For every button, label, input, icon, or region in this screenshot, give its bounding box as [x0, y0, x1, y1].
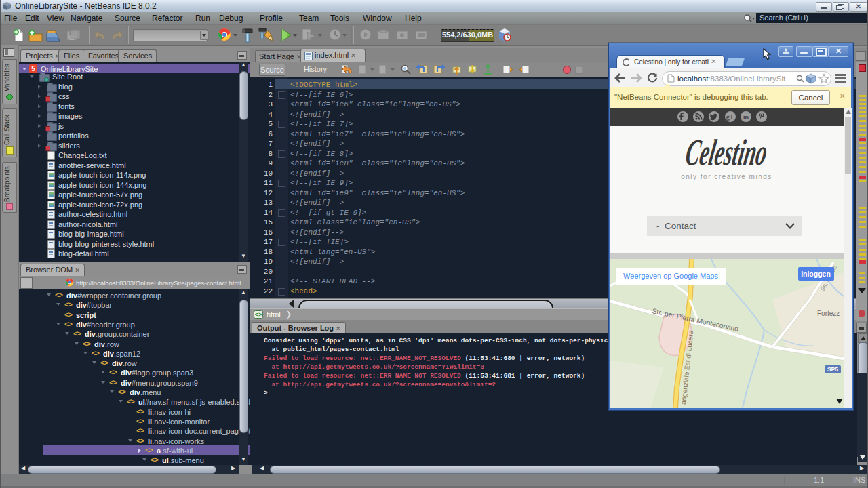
svg-text:Inloggen: Inloggen: [801, 270, 831, 278]
svg-text:SP5: SP5: [827, 366, 838, 373]
svg-text:<>: <>: [255, 311, 262, 318]
svg-text:g+: g+: [726, 113, 733, 121]
svg-text:in: in: [743, 114, 749, 121]
svg-text:Fortezz: Fortezz: [817, 310, 840, 317]
svg-text:Weergeven op Google Maps: Weergeven op Google Maps: [623, 272, 718, 280]
